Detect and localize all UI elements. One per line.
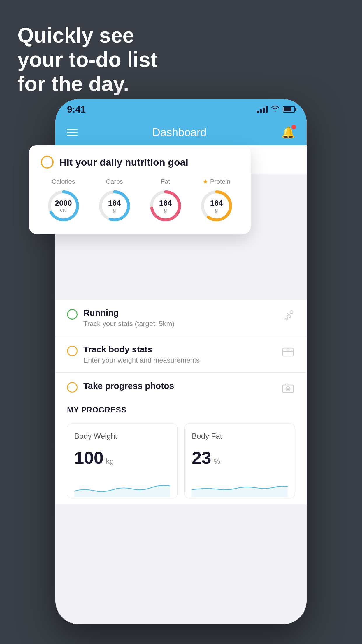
task-subtitle-body-stats: Enter your weight and measurements (83, 356, 275, 364)
nutrition-grid: Calories 2000 cal Carbs (41, 178, 239, 223)
progress-section-title: MY PROGRESS (67, 405, 295, 414)
protein-star-icon: ★ (203, 178, 208, 186)
body-weight-number: 100 (74, 448, 103, 468)
photo-icon (281, 382, 295, 396)
body-weight-unit: kg (106, 457, 114, 466)
nav-title: Dashboard (152, 126, 207, 139)
scale-icon (281, 345, 295, 359)
signal-icon (257, 106, 268, 113)
protein-label: Protein (210, 178, 231, 186)
task-text-body-stats: Track body stats Enter your weight and m… (83, 344, 275, 364)
progress-section: MY PROGRESS Body Weight 100 kg Body Fat … (55, 394, 307, 516)
status-time: 9:41 (67, 104, 86, 115)
hamburger-menu[interactable] (67, 129, 78, 136)
task-title-running: Running (83, 308, 275, 318)
task-title-photos: Take progress photos (83, 381, 275, 391)
running-icon (281, 309, 295, 323)
body-fat-value: 23 % (192, 448, 288, 468)
headline-text: Quickly see your to-do list for the day. (17, 23, 157, 96)
body-fat-number: 23 (192, 448, 211, 468)
card-header: Hit your daily nutrition goal (41, 156, 239, 169)
body-weight-label: Body Weight (74, 432, 170, 441)
body-weight-card: Body Weight 100 kg (67, 423, 178, 498)
task-title-body-stats: Track body stats (83, 344, 275, 354)
nutrition-item-calories: Calories 2000 cal (46, 178, 81, 223)
notification-dot (291, 125, 296, 130)
nutrition-item-protein: ★ Protein 164 g (199, 178, 234, 223)
nav-bar: Dashboard 🔔 (55, 120, 307, 145)
task-circle-photos (67, 382, 78, 393)
svg-point-13 (287, 388, 289, 390)
status-icons (257, 105, 295, 113)
progress-cards: Body Weight 100 kg Body Fat 23 % (67, 423, 295, 498)
notification-bell-icon[interactable]: 🔔 (281, 126, 295, 139)
card-title: Hit your daily nutrition goal (59, 157, 188, 168)
svg-rect-14 (286, 384, 288, 385)
task-subtitle-running: Track your stats (target: 5km) (83, 320, 275, 328)
nutrition-item-carbs: Carbs 164 g (97, 178, 132, 223)
svg-rect-11 (283, 385, 293, 393)
fat-donut: 164 g (148, 188, 183, 223)
body-fat-unit: % (214, 457, 220, 466)
task-item-body-stats[interactable]: Track body stats Enter your weight and m… (55, 336, 307, 373)
nutrition-item-fat: Fat 164 g (148, 178, 183, 223)
status-bar: 9:41 (55, 99, 307, 120)
body-weight-value: 100 kg (74, 448, 170, 468)
body-fat-chart (192, 480, 288, 497)
protein-donut: 164 g (199, 188, 234, 223)
svg-point-10 (287, 349, 289, 351)
body-fat-label: Body Fat (192, 432, 288, 441)
battery-icon (283, 106, 295, 113)
carbs-donut: 164 g (97, 188, 132, 223)
task-list: Running Track your stats (target: 5km) T… (55, 300, 307, 409)
nutrition-card: Hit your daily nutrition goal Calories 2… (29, 145, 251, 234)
fat-label: Fat (161, 178, 170, 186)
task-circle-body-stats (67, 346, 78, 356)
calories-label: Calories (52, 178, 75, 186)
body-fat-card: Body Fat 23 % (184, 423, 295, 498)
body-weight-chart (74, 480, 170, 497)
carbs-label: Carbs (106, 178, 123, 186)
svg-point-8 (290, 311, 293, 314)
svg-point-12 (286, 387, 290, 391)
task-text-running: Running Track your stats (target: 5km) (83, 308, 275, 328)
task-circle-running (67, 309, 78, 320)
card-circle-indicator (41, 156, 54, 169)
task-item-running[interactable]: Running Track your stats (target: 5km) (55, 300, 307, 336)
wifi-icon (271, 105, 279, 113)
calories-donut: 2000 cal (46, 188, 81, 223)
